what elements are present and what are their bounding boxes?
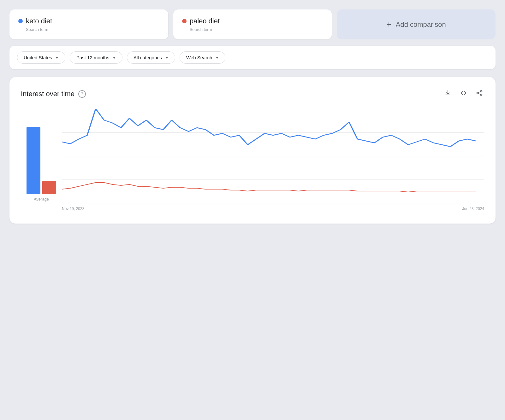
search-type-filter-label: Web Search [186,55,212,60]
add-comparison-card[interactable]: + Add comparison [337,9,496,39]
chart-body: Average 100 75 50 25 [21,109,484,211]
paleo-dot [182,19,187,23]
download-button[interactable] [443,88,453,99]
keto-diet-card[interactable]: keto diet Search term [9,9,168,39]
plus-icon: + [387,20,391,29]
chart-header: Interest over time ? [21,88,484,99]
line-chart: 100 75 50 25 [62,109,484,203]
share-icon [476,90,483,96]
period-filter-label: Past 12 months [76,55,109,60]
keto-dot [18,19,23,23]
embed-button[interactable] [459,88,468,99]
period-filter[interactable]: Past 12 months ▼ [70,51,122,64]
x-label-end: Jun 23, 2024 [462,207,484,211]
chart-title-group: Interest over time ? [21,90,86,98]
search-terms-section: keto diet Search term paleo diet Search … [9,9,496,39]
line-chart-section: 100 75 50 25 Nov 19, 2023 Jun 23, 2024 [62,109,484,211]
category-chevron-icon: ▼ [165,56,169,60]
average-bar-section: Average [21,109,62,211]
keto-term-name: keto diet [26,17,52,25]
share-button[interactable] [475,88,484,99]
region-filter-label: United States [24,55,52,60]
category-filter[interactable]: All categories ▼ [127,51,175,64]
keto-line [62,109,476,147]
chart-section: Interest over time ? [9,77,496,224]
paleo-diet-card[interactable]: paleo diet Search term [173,9,332,39]
average-label: Average [34,197,49,201]
region-filter[interactable]: United States ▼ [17,51,65,64]
x-axis-labels: Nov 19, 2023 Jun 23, 2024 [62,205,484,211]
paleo-line [62,183,476,192]
x-label-start: Nov 19, 2023 [62,207,84,211]
period-chevron-icon: ▼ [112,56,116,60]
keto-term-type: Search term [26,27,159,32]
paleo-term-type: Search term [190,27,323,32]
embed-icon [460,90,467,96]
filters-section: United States ▼ Past 12 months ▼ All cat… [9,46,496,69]
chart-title: Interest over time [21,90,74,98]
add-comparison-label: Add comparison [396,20,446,29]
search-type-chevron-icon: ▼ [215,56,219,60]
download-icon [444,90,451,96]
paleo-term-name: paleo diet [190,17,220,25]
keto-avg-bar [27,127,40,194]
search-type-filter[interactable]: Web Search ▼ [180,51,225,64]
paleo-avg-bar [42,181,56,194]
bars-container [27,112,56,194]
category-filter-label: All categories [134,55,162,60]
svg-point-1 [477,92,478,94]
help-icon[interactable]: ? [78,90,86,98]
region-chevron-icon: ▼ [55,56,59,60]
chart-actions [443,88,484,99]
